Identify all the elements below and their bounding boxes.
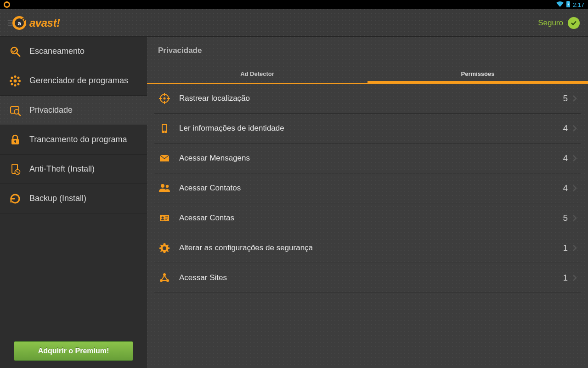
permission-count: 5 bbox=[563, 93, 568, 104]
svg-point-36 bbox=[164, 132, 165, 132]
permission-count: 4 bbox=[563, 183, 568, 193]
page-title: Privacidade bbox=[147, 37, 588, 64]
status-time: 2:17 bbox=[573, 1, 584, 8]
svg-point-11 bbox=[14, 84, 17, 86]
envelope-icon bbox=[158, 152, 171, 165]
tabs: Ad Detector Permissões bbox=[147, 64, 588, 84]
svg-point-15 bbox=[17, 76, 20, 79]
app-name: avast! bbox=[29, 17, 60, 29]
sidebar-item-privacy[interactable]: Privacidade bbox=[0, 96, 147, 125]
svg-point-13 bbox=[18, 80, 21, 82]
svg-rect-23 bbox=[15, 141, 16, 143]
gear-icon bbox=[158, 242, 171, 254]
chevron-right-icon bbox=[572, 274, 577, 282]
permission-item-accounts[interactable]: Acessar Contas 5 bbox=[154, 203, 581, 233]
android-status-bar: 2:17 bbox=[0, 0, 588, 9]
svg-line-8 bbox=[17, 53, 20, 56]
permission-count: 5 bbox=[563, 213, 568, 223]
scan-icon bbox=[9, 46, 21, 58]
permission-label: Acessar Mensagens bbox=[179, 154, 563, 163]
chevron-right-icon bbox=[572, 125, 577, 132]
permission-item-messages[interactable]: Acessar Mensagens 4 bbox=[154, 144, 581, 173]
permission-label: Acessar Contatos bbox=[179, 184, 563, 193]
tab-ad-detector[interactable]: Ad Detector bbox=[147, 64, 368, 83]
permission-item-contacts[interactable]: Acessar Contatos 4 bbox=[154, 173, 581, 203]
avast-logo-icon: a bbox=[12, 16, 27, 30]
permission-label: Acessar Contas bbox=[179, 213, 563, 223]
sidebar-item-label: Backup (Install) bbox=[29, 194, 86, 203]
chevron-right-icon bbox=[572, 95, 577, 102]
chevron-right-icon bbox=[572, 214, 577, 222]
content-panel: Privacidade Ad Detector Permissões Rastr… bbox=[147, 37, 588, 368]
sidebar-item-label: Trancamento do programa bbox=[29, 135, 127, 144]
permission-item-location[interactable]: Rastrear localização 5 bbox=[154, 84, 581, 114]
svg-rect-1 bbox=[567, 1, 569, 2]
svg-point-10 bbox=[14, 75, 17, 78]
chevron-right-icon bbox=[572, 155, 577, 162]
svg-line-49 bbox=[162, 276, 164, 280]
backup-icon bbox=[9, 193, 21, 205]
phone-icon bbox=[158, 122, 171, 135]
svg-point-39 bbox=[166, 185, 169, 188]
permission-count: 4 bbox=[563, 123, 568, 133]
permission-label: Ler informações de identidade bbox=[179, 124, 563, 133]
svg-point-17 bbox=[17, 83, 20, 85]
sidebar-item-scan[interactable]: Escaneamento bbox=[0, 37, 147, 66]
permission-count: 1 bbox=[563, 273, 568, 283]
id-card-icon bbox=[158, 212, 171, 224]
permission-item-security-settings[interactable]: Alterar as configurações de segurança 1 bbox=[154, 233, 581, 263]
battery-icon bbox=[566, 1, 570, 9]
svg-point-14 bbox=[11, 76, 13, 79]
sidebar-item-app-lock[interactable]: Trancamento do programa bbox=[0, 125, 147, 155]
svg-point-9 bbox=[14, 79, 17, 82]
permission-item-sites[interactable]: Acessar Sites 1 bbox=[154, 263, 581, 293]
wifi-icon bbox=[556, 1, 564, 8]
permission-count: 4 bbox=[563, 153, 568, 163]
network-icon bbox=[158, 271, 171, 284]
chevron-right-icon bbox=[572, 184, 577, 192]
sidebar-item-label: Gerenciador de programas bbox=[29, 76, 128, 86]
contacts-icon bbox=[158, 182, 171, 195]
sidebar: Escaneamento Gerenciador de programas Pr… bbox=[0, 37, 147, 368]
sidebar-item-label: Anti-Theft (Install) bbox=[29, 164, 95, 174]
permission-list: Rastrear localização 5 Ler informações d… bbox=[147, 84, 588, 293]
sidebar-item-label: Escaneamento bbox=[29, 46, 85, 56]
app-header: a avast! Seguro bbox=[0, 9, 588, 37]
permission-count: 1 bbox=[563, 243, 568, 253]
safe-status-label: Seguro bbox=[538, 18, 563, 28]
safe-status-icon bbox=[568, 17, 580, 29]
location-icon bbox=[158, 92, 171, 105]
svg-line-20 bbox=[18, 113, 21, 115]
svg-rect-35 bbox=[163, 125, 166, 131]
sidebar-item-backup[interactable]: Backup (Install) bbox=[0, 184, 147, 213]
sidebar-item-app-manager[interactable]: Gerenciador de programas bbox=[0, 66, 147, 96]
svg-point-16 bbox=[11, 83, 13, 85]
sidebar-item-label: Privacidade bbox=[29, 105, 73, 115]
premium-button[interactable]: Adquirir o Premium! bbox=[14, 341, 133, 361]
svg-point-6 bbox=[23, 19, 24, 21]
svg-point-41 bbox=[162, 217, 164, 219]
avast-notification-icon bbox=[4, 1, 10, 8]
svg-point-45 bbox=[163, 247, 166, 250]
svg-line-50 bbox=[164, 276, 167, 280]
svg-point-33 bbox=[164, 98, 166, 100]
permission-label: Alterar as configurações de segurança bbox=[179, 243, 563, 253]
sidebar-item-anti-theft[interactable]: Anti-Theft (Install) bbox=[0, 155, 147, 184]
permission-label: Acessar Sites bbox=[179, 273, 563, 282]
privacy-icon bbox=[9, 104, 21, 116]
lock-icon bbox=[9, 134, 21, 146]
svg-point-12 bbox=[10, 80, 12, 82]
svg-text:a: a bbox=[17, 20, 21, 27]
anti-theft-icon bbox=[9, 163, 21, 175]
app-logo[interactable]: a avast! bbox=[12, 16, 60, 30]
chevron-right-icon bbox=[572, 244, 577, 252]
tab-permissions[interactable]: Permissões bbox=[368, 64, 588, 83]
permission-item-identity[interactable]: Ler informações de identidade 4 bbox=[154, 114, 581, 144]
permission-label: Rastrear localização bbox=[179, 94, 563, 103]
svg-point-38 bbox=[161, 184, 164, 188]
apps-icon bbox=[9, 75, 21, 87]
